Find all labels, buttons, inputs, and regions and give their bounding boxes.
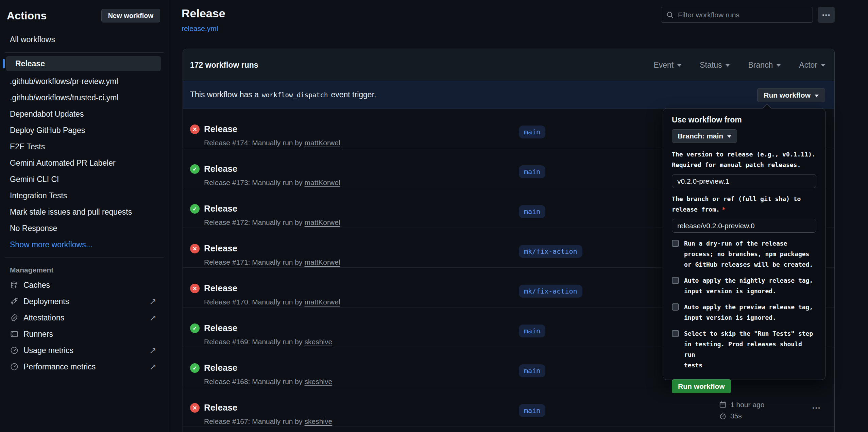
- run-status-icon: [190, 124, 200, 134]
- branch-badge[interactable]: main: [519, 126, 545, 138]
- run-actor-link[interactable]: skeshive: [305, 378, 333, 385]
- run-options-kebab-button[interactable]: ⋯: [812, 403, 821, 413]
- sidebar-workflow-item[interactable]: Integration Tests: [0, 187, 169, 204]
- management-item-label: Deployments: [23, 297, 69, 306]
- sidebar-workflow-item[interactable]: Gemini Automated PR Labeler: [0, 155, 169, 171]
- stopwatch-icon: [719, 412, 727, 420]
- external-link-icon: ↗: [149, 346, 156, 355]
- run-title-link[interactable]: Release: [204, 323, 237, 333]
- checkbox[interactable]: [672, 330, 679, 337]
- sidebar-management-item[interactable]: Caches: [0, 277, 169, 293]
- runs-filter-dropdown[interactable]: Event: [653, 61, 681, 70]
- external-link-icon: ↗: [149, 297, 156, 306]
- run-title-link[interactable]: Release: [204, 243, 237, 253]
- sidebar-workflow-item[interactable]: Dependabot Updates: [0, 106, 169, 122]
- ref-input-description: The branch or ref (full git sha) to rele…: [672, 194, 816, 215]
- sidebar-management-item[interactable]: Runners: [0, 326, 169, 342]
- sidebar-item-release-selected[interactable]: Release: [3, 56, 161, 71]
- sidebar-workflow-item[interactable]: Mark stale issues and pull requests: [0, 204, 169, 220]
- run-title-link[interactable]: Release: [204, 402, 237, 413]
- run-title-link[interactable]: Release: [204, 283, 237, 293]
- checkbox[interactable]: [672, 240, 679, 247]
- run-duration: 35s: [730, 412, 742, 420]
- checkbox-label: Run a dry-run of the release process; no…: [684, 238, 813, 270]
- branch-badge[interactable]: main: [519, 404, 545, 417]
- sidebar-divider: [5, 52, 164, 53]
- branch-badge[interactable]: main: [519, 165, 545, 178]
- workflow-input-checkbox-row[interactable]: Auto apply the nightly release tag, inpu…: [672, 275, 816, 296]
- workflow-input-checkbox-row[interactable]: Auto apply the preview release tag, inpu…: [672, 302, 816, 323]
- new-workflow-button[interactable]: New workflow: [101, 9, 160, 22]
- version-input-description: The version to release (e.g., v0.1.11). …: [672, 149, 816, 170]
- management-item-label: Caches: [23, 281, 50, 290]
- chevron-down-icon: [677, 64, 681, 67]
- checkbox-label: Auto apply the preview release tag, inpu…: [684, 302, 813, 323]
- checkbox[interactable]: [672, 277, 679, 284]
- management-item-label: Runners: [23, 330, 53, 339]
- run-actor-link[interactable]: mattKorwel: [305, 139, 340, 147]
- banner-text-prefix: This workflow has a: [190, 90, 259, 99]
- sidebar-workflow-item[interactable]: E2E Tests: [0, 138, 169, 155]
- run-status-icon: [190, 244, 200, 253]
- workflow-file-link[interactable]: release.yml: [182, 24, 218, 33]
- runs-filter-dropdown[interactable]: Branch: [748, 61, 781, 70]
- branch-badge[interactable]: main: [519, 325, 545, 337]
- branch-badge[interactable]: mk/fix-action: [519, 285, 582, 298]
- sidebar-workflow-item[interactable]: Deploy GitHub Pages: [0, 122, 169, 138]
- run-description: Release #174: Manually run bymattKorwel: [204, 139, 340, 147]
- sidebar-management-item[interactable]: Attestations ↗: [0, 310, 169, 326]
- run-title-link[interactable]: Release: [204, 363, 237, 373]
- sidebar-workflow-item[interactable]: Gemini CLI CI: [0, 171, 169, 187]
- filter-workflow-runs-input[interactable]: [678, 11, 808, 19]
- popup-checkbox-list: Run a dry-run of the release process; no…: [672, 238, 816, 370]
- calendar-icon: [719, 401, 727, 409]
- required-asterisk: *: [722, 206, 726, 213]
- run-actor-link[interactable]: mattKorwel: [305, 218, 340, 226]
- sidebar-title: Actions: [7, 10, 47, 22]
- run-workflow-submit-button[interactable]: Run workflow: [672, 379, 731, 393]
- server-icon: [10, 330, 19, 338]
- run-description: Release #170: Manually run bymattKorwel: [204, 298, 340, 306]
- runs-filter-dropdown[interactable]: Actor: [799, 61, 825, 70]
- run-title-link[interactable]: Release: [204, 124, 237, 134]
- run-actor-link[interactable]: mattKorwel: [305, 298, 340, 306]
- run-actor-link[interactable]: mattKorwel: [305, 179, 340, 186]
- external-link-icon: ↗: [149, 363, 156, 371]
- chevron-down-icon: [777, 64, 781, 67]
- run-actor-link[interactable]: skeshive: [305, 417, 333, 425]
- workflow-options-kebab-button[interactable]: ⋯: [818, 7, 835, 23]
- sidebar-workflow-item[interactable]: No Response: [0, 220, 169, 236]
- management-item-label: Performance metrics: [23, 362, 96, 371]
- selected-accent-bar: [3, 59, 5, 68]
- checkbox[interactable]: [672, 303, 679, 311]
- ref-input[interactable]: [672, 219, 816, 233]
- sidebar-management-item[interactable]: Performance metrics ↗: [0, 359, 169, 375]
- version-input[interactable]: [672, 174, 816, 188]
- runs-filter-dropdown[interactable]: Status: [700, 61, 730, 70]
- filter-workflow-runs-box[interactable]: [661, 7, 813, 23]
- run-description: Release #167: Manually run byskeshive: [204, 417, 332, 426]
- sidebar-workflow-item[interactable]: .github/workflows/pr-review.yml: [0, 73, 169, 89]
- run-description: Release #169: Manually run byskeshive: [204, 338, 332, 346]
- sidebar-item-all-workflows[interactable]: All workflows: [0, 33, 169, 46]
- checkbox-label: Select to skip the "Run Tests" step in t…: [684, 328, 816, 370]
- run-title-link[interactable]: Release: [204, 203, 237, 214]
- meter-icon: [10, 362, 19, 371]
- sidebar-management-item[interactable]: Usage metrics ↗: [0, 342, 169, 359]
- workflow-input-checkbox-row[interactable]: Run a dry-run of the release process; no…: [672, 238, 816, 270]
- sidebar-management-item[interactable]: Deployments ↗: [0, 293, 169, 310]
- actions-sidebar: Actions New workflow All workflows Relea…: [0, 0, 169, 432]
- branch-badge[interactable]: main: [519, 205, 545, 218]
- run-actor-link[interactable]: skeshive: [305, 338, 333, 346]
- run-title-link[interactable]: Release: [204, 164, 237, 174]
- branch-selector-dropdown[interactable]: Branch: main: [672, 129, 737, 143]
- branch-badge[interactable]: mk/fix-action: [519, 245, 582, 258]
- run-status-icon: [190, 284, 200, 293]
- run-workflow-dropdown-button[interactable]: Run workflow: [757, 88, 825, 102]
- workflow-input-checkbox-row[interactable]: Select to skip the "Run Tests" step in t…: [672, 328, 816, 370]
- branch-badge[interactable]: main: [519, 364, 545, 377]
- sidebar-workflow-item[interactable]: .github/workflows/trusted-ci.yml: [0, 89, 169, 106]
- run-actor-link[interactable]: mattKorwel: [305, 258, 340, 266]
- show-more-workflows-link[interactable]: Show more workflows...: [0, 236, 169, 253]
- banner-text-suffix: event trigger.: [331, 90, 376, 99]
